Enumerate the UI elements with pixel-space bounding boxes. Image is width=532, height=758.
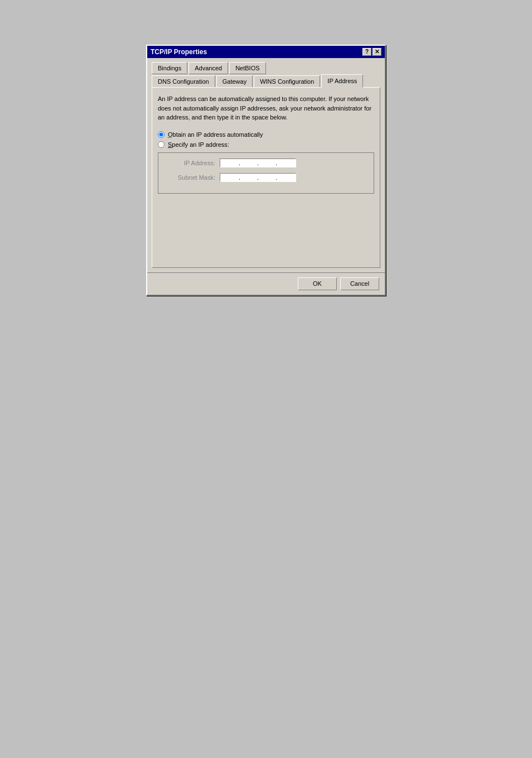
tab-row-1: Bindings Advanced NetBIOS — [152, 61, 380, 74]
dialog-content: Bindings Advanced NetBIOS DNS Configurat… — [147, 58, 385, 272]
radio-specify[interactable] — [158, 141, 165, 148]
tab-bindings[interactable]: Bindings — [152, 62, 187, 74]
subnet-octet-2[interactable] — [241, 174, 257, 181]
ip-octet-2[interactable] — [241, 160, 257, 166]
radio-specify-text: pecify an IP address: — [172, 141, 229, 148]
cancel-button[interactable]: Cancel — [340, 277, 379, 290]
radio-auto[interactable] — [158, 131, 165, 138]
tab-gateway[interactable]: Gateway — [216, 75, 253, 88]
radio-specify-label[interactable]: Specify an IP address: — [168, 141, 229, 148]
ip-octet-4[interactable] — [278, 160, 293, 166]
tab-netbios[interactable]: NetBIOS — [229, 62, 265, 74]
tab-advanced[interactable]: Advanced — [188, 62, 228, 74]
ip-octet-3[interactable] — [259, 160, 275, 166]
radio-auto-label[interactable]: Obtain an IP address automatically — [168, 131, 263, 138]
subnet-mask-row: Subnet Mask: . . . — [165, 173, 367, 182]
title-bar-buttons: ? ✕ — [362, 48, 381, 56]
specify-group: IP Address: . . . Subnet Mask: — [158, 152, 374, 194]
radio-option-specify: Specify an IP address: — [158, 141, 374, 148]
tab-row-2: DNS Configuration Gateway WINS Configura… — [152, 74, 380, 87]
ok-button[interactable]: OK — [298, 277, 337, 290]
ip-address-label: IP Address: — [165, 160, 215, 166]
subnet-mask-label: Subnet Mask: — [165, 174, 215, 181]
tcp-ip-properties-dialog: TCP/IP Properties ? ✕ Bindings Advanced … — [146, 45, 386, 296]
tab-panel-ip-address: An IP address can be automatically assig… — [152, 87, 380, 268]
subnet-mask-input-group: . . . — [220, 173, 296, 182]
radio-group: Obtain an IP address automatically Speci… — [158, 131, 374, 148]
tab-dns[interactable]: DNS Configuration — [152, 75, 215, 88]
subnet-octet-1[interactable] — [223, 174, 238, 181]
radio-auto-underline: O — [168, 131, 173, 138]
spacer — [158, 194, 374, 261]
dialog-title: TCP/IP Properties — [151, 48, 362, 56]
title-bar: TCP/IP Properties ? ✕ — [147, 46, 385, 58]
description-text: An IP address can be automatically assig… — [158, 94, 374, 122]
dialog-footer: OK Cancel — [147, 272, 385, 295]
ip-octet-1[interactable] — [223, 160, 238, 166]
tab-wins[interactable]: WINS Configuration — [254, 75, 320, 88]
help-button[interactable]: ? — [362, 48, 371, 56]
radio-option-auto: Obtain an IP address automatically — [158, 131, 374, 138]
close-button[interactable]: ✕ — [373, 48, 381, 56]
subnet-octet-4[interactable] — [278, 174, 293, 181]
ip-address-row: IP Address: . . . — [165, 159, 367, 167]
tab-ip-address[interactable]: IP Address — [321, 74, 363, 88]
subnet-octet-3[interactable] — [259, 174, 275, 181]
ip-address-input-group: . . . — [220, 159, 296, 167]
